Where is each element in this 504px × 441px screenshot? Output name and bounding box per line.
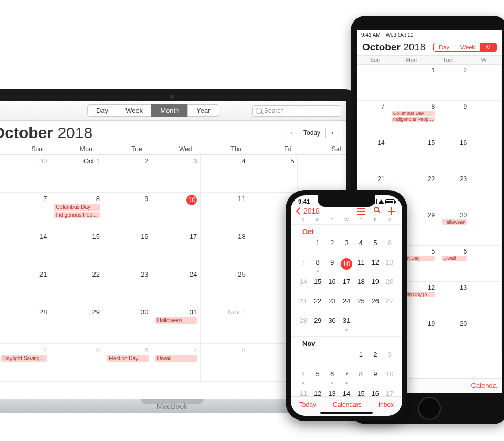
ipad-day-cell[interactable]: 8Columbus DayIndigenous Peop… <box>388 101 439 137</box>
iphone-day-cell[interactable]: 2 <box>368 349 382 368</box>
iphone-day-cell[interactable]: 15 <box>310 276 324 295</box>
iphone-day-cell[interactable] <box>383 314 397 334</box>
ipad-event-chip[interactable]: Diwali <box>442 256 467 261</box>
iphone-day-cell[interactable] <box>325 349 339 368</box>
ipad-day-cell[interactable] <box>470 209 502 246</box>
ipad-day-cell[interactable]: 14 <box>357 137 388 173</box>
iphone-day-cell[interactable]: 4 <box>296 368 310 387</box>
ipad-home-button[interactable] <box>418 397 441 420</box>
ipad-calendars-button[interactable]: Calenda <box>471 382 497 390</box>
mac-day-cell[interactable]: 22 <box>50 268 103 306</box>
iphone-day-cell[interactable]: 20 <box>383 276 397 295</box>
iphone-day-cell[interactable]: 12 <box>368 256 382 276</box>
ipad-day-cell[interactable] <box>470 318 502 354</box>
iphone-day-cell[interactable] <box>354 314 368 334</box>
iphone-day-cell[interactable]: 9 <box>325 256 339 276</box>
ipad-day-cell[interactable]: 23 <box>438 173 470 209</box>
ipad-day-cell[interactable]: 20 <box>438 318 470 354</box>
mac-prev-month-button[interactable]: ‹ <box>285 128 298 138</box>
iphone-day-cell[interactable] <box>296 349 310 368</box>
mac-event-chip[interactable]: Halloween <box>155 317 197 324</box>
mac-day-cell[interactable]: 30 <box>0 155 50 193</box>
mac-day-cell[interactable]: 8Columbus DayIndigenous Peo… <box>50 193 103 230</box>
search-icon[interactable] <box>374 207 379 212</box>
mac-event-chip[interactable]: Columbus Day <box>54 204 100 211</box>
iphone-day-cell[interactable] <box>310 349 324 368</box>
iphone-day-cell[interactable] <box>339 349 353 368</box>
iphone-day-cell[interactable]: 13 <box>383 256 397 276</box>
iphone-day-cell[interactable]: 26 <box>368 295 382 314</box>
mac-day-cell[interactable]: Oct 1 <box>50 155 103 193</box>
iphone-calendars-button[interactable]: Calendars <box>333 401 362 408</box>
iphone-day-cell[interactable]: 17 <box>339 276 353 295</box>
ipad-day-cell[interactable]: 1 <box>388 65 439 101</box>
add-event-icon[interactable] <box>387 207 396 215</box>
mac-day-cell[interactable]: 11 <box>201 193 249 230</box>
ipad-event-chip[interactable]: Indigenous Peop… <box>392 117 435 122</box>
mac-next-month-button[interactable]: › <box>326 128 339 138</box>
iphone-day-cell[interactable]: 31 <box>339 314 353 334</box>
mac-day-cell[interactable] <box>298 155 346 193</box>
iphone-day-cell[interactable]: 3 <box>339 237 353 256</box>
mac-view-month-button[interactable]: Month <box>151 104 188 117</box>
iphone-day-cell[interactable]: 27 <box>383 295 397 314</box>
mac-day-cell[interactable]: 28 <box>0 306 50 344</box>
iphone-day-cell[interactable]: 19 <box>368 276 382 295</box>
iphone-day-cell[interactable]: 24 <box>339 295 353 314</box>
iphone-day-cell[interactable]: 28 <box>296 314 310 334</box>
iphone-day-cell[interactable]: 1 <box>310 237 324 256</box>
ipad-view-week-button[interactable]: Week <box>455 43 481 52</box>
mac-day-cell[interactable]: 3 <box>152 155 201 193</box>
mac-day-cell[interactable]: 8 <box>201 344 249 382</box>
mac-day-cell[interactable]: 4 <box>201 155 249 193</box>
iphone-day-cell[interactable]: 10 <box>339 256 353 276</box>
ipad-day-cell[interactable]: 13 <box>438 282 470 318</box>
iphone-day-cell[interactable]: 18 <box>354 276 368 295</box>
list-view-icon[interactable] <box>357 207 365 215</box>
iphone-day-cell[interactable]: 1 <box>354 349 368 368</box>
mac-day-cell[interactable]: 30 <box>103 306 152 344</box>
iphone-day-cell[interactable]: 21 <box>296 295 310 314</box>
iphone-day-cell[interactable]: 29 <box>310 314 324 334</box>
mac-day-cell[interactable]: 18 <box>201 230 249 268</box>
iphone-day-cell[interactable]: 5 <box>310 368 324 387</box>
mac-day-cell[interactable]: 9 <box>103 193 152 230</box>
mac-event-chip[interactable]: Diwali <box>155 355 197 362</box>
ipad-day-cell[interactable]: 15 <box>388 137 439 173</box>
mac-day-cell[interactable]: 31Halloween <box>152 306 201 344</box>
iphone-day-cell[interactable]: 25 <box>354 295 368 314</box>
mac-day-cell[interactable]: 14 <box>0 230 50 268</box>
iphone-home-indicator[interactable] <box>320 412 373 414</box>
iphone-day-cell[interactable]: 7 <box>339 368 353 387</box>
iphone-today-button[interactable]: Today <box>299 401 316 408</box>
mac-day-cell[interactable]: 23 <box>103 268 152 306</box>
mac-day-cell[interactable]: 29 <box>50 306 103 344</box>
mac-day-cell[interactable]: 7 <box>0 193 50 230</box>
mac-day-cell[interactable]: 5 <box>249 155 298 193</box>
iphone-day-cell[interactable]: 6 <box>325 368 339 387</box>
ipad-day-cell[interactable] <box>470 246 502 282</box>
ipad-day-cell[interactable] <box>470 65 502 101</box>
iphone-day-cell[interactable] <box>368 314 382 334</box>
ipad-day-cell[interactable] <box>470 173 502 209</box>
mac-event-chip[interactable]: Daylight Saving… <box>1 355 47 362</box>
iphone-day-cell[interactable]: 8 <box>310 256 324 276</box>
iphone-back-button[interactable]: 2018 <box>297 207 320 215</box>
iphone-day-cell[interactable]: 11 <box>354 256 368 276</box>
ipad-day-cell[interactable] <box>470 101 502 137</box>
mac-day-cell[interactable]: 24 <box>152 268 201 306</box>
iphone-day-cell[interactable]: 22 <box>310 295 324 314</box>
mac-day-cell[interactable]: Nov 1 <box>201 306 249 344</box>
mac-day-cell[interactable]: 25 <box>201 268 249 306</box>
iphone-day-cell[interactable] <box>296 237 310 256</box>
ipad-day-cell[interactable] <box>470 282 502 318</box>
iphone-day-cell[interactable]: 8 <box>354 368 368 387</box>
ipad-day-cell[interactable] <box>470 137 502 173</box>
iphone-day-cell[interactable]: 5 <box>368 237 382 256</box>
iphone-day-cell[interactable]: 14 <box>296 276 310 295</box>
mac-day-cell[interactable]: 17 <box>152 230 201 268</box>
ipad-view-day-button[interactable]: Day <box>433 43 455 52</box>
iphone-inbox-button[interactable]: Inbox <box>379 401 394 408</box>
ipad-event-chip[interactable]: Columbus Day <box>392 111 435 116</box>
ipad-day-cell[interactable] <box>357 65 388 101</box>
